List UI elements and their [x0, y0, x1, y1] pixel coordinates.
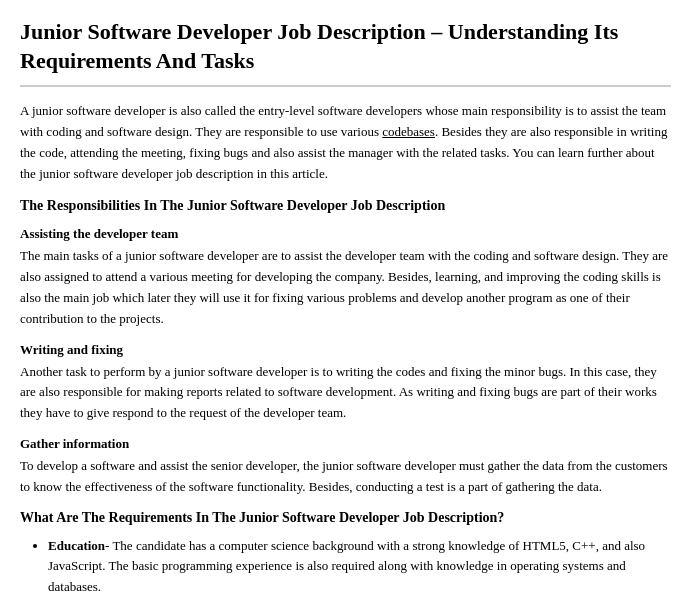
- title-divider: [20, 85, 671, 87]
- subsection-gather: Gather information To develop a software…: [20, 436, 671, 498]
- intro-paragraph: A junior software developer is also call…: [20, 101, 671, 184]
- subsection-heading-gather: Gather information: [20, 436, 671, 452]
- subsection-heading-writing: Writing and fixing: [20, 342, 671, 358]
- requirements-heading: What Are The Requirements In The Junior …: [20, 510, 671, 526]
- subsection-heading-assisting: Assisting the developer team: [20, 226, 671, 242]
- subsection-writing: Writing and fixing Another task to perfo…: [20, 342, 671, 424]
- subsection-body-writing: Another task to perform by a junior soft…: [20, 362, 671, 424]
- codebases-text: codebases: [382, 124, 435, 139]
- page-title: Junior Software Developer Job Descriptio…: [20, 18, 671, 75]
- requirements-list: Education- The candidate has a computer …: [20, 536, 671, 598]
- subsection-body-assisting: The main tasks of a junior software deve…: [20, 246, 671, 329]
- subsection-assisting: Assisting the developer team The main ta…: [20, 226, 671, 329]
- subsection-body-gather: To develop a software and assist the sen…: [20, 456, 671, 498]
- responsibilities-heading: The Responsibilities In The Junior Softw…: [20, 198, 671, 214]
- requirement-label: Education: [48, 538, 105, 553]
- list-item: Education- The candidate has a computer …: [48, 536, 671, 598]
- requirement-text: - The candidate has a computer science b…: [48, 538, 645, 595]
